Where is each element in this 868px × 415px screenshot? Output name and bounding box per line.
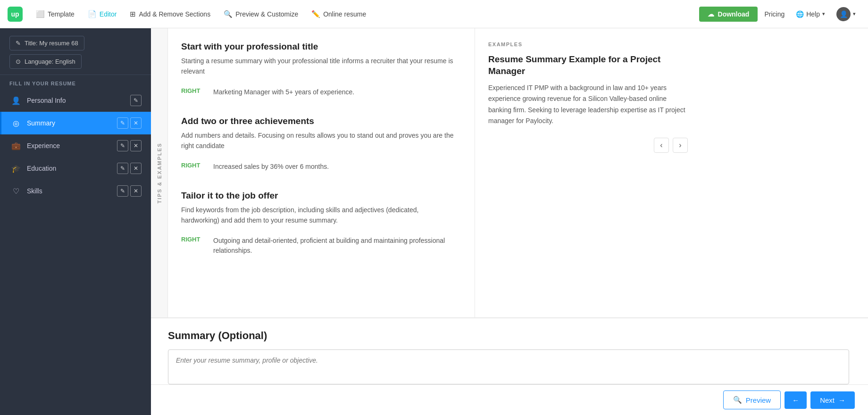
personal-info-actions: ✎	[130, 95, 142, 106]
education-edit-btn[interactable]: ✎	[117, 163, 128, 174]
example-next-button[interactable]: ›	[673, 138, 688, 153]
sidebar-item-experience[interactable]: 💼 Experience ✎ ✕	[0, 134, 151, 157]
education-delete-btn[interactable]: ✕	[130, 163, 142, 174]
tip-3-right-label: RIGHT	[181, 236, 204, 243]
tip-2-example: RIGHT Increased sales by 36% over 6 mont…	[181, 157, 456, 176]
tip-1-example: RIGHT Marketing Manager with 5+ years of…	[181, 83, 456, 102]
tip-3: Tailor it to the job offer Find keywords…	[181, 191, 456, 261]
summary-form: Summary (Optional)	[151, 318, 868, 384]
example-prev-button[interactable]: ‹	[654, 138, 669, 153]
tip-1: Start with your professional title Start…	[181, 42, 456, 102]
examples-panel: EXAMPLES Resume Summary Example for a Pr…	[475, 28, 701, 317]
nav-preview-customize-label: Preview & Customize	[235, 10, 298, 18]
fill-section-label: Fill in your resume	[0, 75, 151, 89]
back-icon: ←	[792, 396, 799, 404]
template-icon: ⬜	[36, 10, 45, 18]
summary-textarea-wrapper	[168, 349, 849, 384]
tip-1-example-text: Marketing Manager with 5+ years of exper…	[213, 87, 354, 97]
education-actions: ✎ ✕	[117, 163, 142, 174]
tip-2-title: Add two or three achievements	[181, 116, 456, 126]
language-button[interactable]: ⊙ Language: English	[9, 54, 82, 69]
experience-delete-btn[interactable]: ✕	[130, 140, 142, 151]
editor-icon: 📄	[88, 10, 97, 18]
help-menu[interactable]: 🌐 Help ▾	[791, 8, 830, 21]
summary-delete-btn[interactable]: ✕	[130, 117, 142, 129]
online-resume-icon: ✏️	[311, 10, 320, 18]
summary-actions: ✎ ✕	[117, 117, 142, 129]
tips-panel: TIPS & EXAMPLES Start with your professi…	[151, 28, 868, 318]
nav-template-label: Template	[48, 10, 75, 18]
tip-1-right-label: RIGHT	[181, 87, 204, 94]
personal-info-label: Personal Info	[27, 97, 130, 104]
tip-1-title: Start with your professional title	[181, 42, 456, 52]
education-icon: 🎓	[11, 163, 21, 174]
top-nav: up ⬜ Template 📄 Editor ⊞ Add & Remove Se…	[0, 0, 868, 28]
preview-icon: 🔍	[733, 396, 742, 404]
pencil-icon: ✎	[16, 40, 21, 47]
user-caret-icon: ▾	[853, 11, 856, 17]
experience-label: Experience	[27, 142, 117, 149]
tip-3-title: Tailor it to the job offer	[181, 191, 456, 201]
title-button[interactable]: ✎ Title: My resume 68	[9, 36, 84, 50]
download-button[interactable]: ☁ Download	[699, 7, 758, 22]
sidebar-item-summary[interactable]: ◎ Summary ✎ ✕	[0, 112, 151, 134]
download-icon: ☁	[708, 10, 714, 18]
next-button[interactable]: Next →	[810, 391, 855, 409]
title-label: Title: My resume 68	[25, 40, 78, 47]
preview-label: Preview	[746, 396, 771, 404]
tip-2-desc: Add numbers and details. Focusing on res…	[181, 130, 456, 151]
tips-examples-rotated-label: TIPS & EXAMPLES	[157, 142, 162, 203]
experience-actions: ✎ ✕	[117, 140, 142, 151]
skills-delete-btn[interactable]: ✕	[130, 185, 142, 197]
tips-content: Start with your professional title Start…	[168, 28, 475, 317]
nav-template[interactable]: ⬜ Template	[30, 7, 80, 21]
sidebar-item-personal-info[interactable]: 👤 Personal Info ✎	[0, 89, 151, 112]
tip-3-example-text: Outgoing and detail-oriented, proficient…	[213, 236, 456, 256]
tips-label-wrapper: TIPS & EXAMPLES	[151, 28, 168, 317]
summary-label: Summary	[27, 119, 117, 127]
bottom-bar: 🔍 Preview ← Next →	[151, 384, 868, 415]
sidebar-item-skills[interactable]: ♡ Skills ✎ ✕	[0, 180, 151, 202]
skills-actions: ✎ ✕	[117, 185, 142, 197]
example-nav: ‹ ›	[488, 138, 688, 153]
download-label: Download	[718, 10, 750, 18]
example-card-text: Experienced IT PMP with a background in …	[488, 83, 688, 126]
pricing-link[interactable]: Pricing	[760, 8, 789, 21]
tip-2-example-text: Increased sales by 36% over 6 months.	[213, 162, 329, 172]
tip-3-example: RIGHT Outgoing and detail-oriented, prof…	[181, 231, 456, 260]
experience-icon: 💼	[11, 141, 21, 151]
experience-edit-btn[interactable]: ✎	[117, 140, 128, 151]
tip-1-desc: Starting a resume summary with your prof…	[181, 56, 456, 77]
personal-info-edit-btn[interactable]: ✎	[130, 95, 142, 106]
user-menu[interactable]: 👤 ▾	[832, 4, 860, 24]
nav-preview-customize[interactable]: 🔍 Preview & Customize	[218, 7, 304, 21]
sidebar: ✎ Title: My resume 68 ⊙ Language: Englis…	[0, 28, 151, 415]
sidebar-item-education[interactable]: 🎓 Education ✎ ✕	[0, 157, 151, 180]
nav-editor-label: Editor	[100, 10, 117, 18]
nav-online-resume-label: Online resume	[323, 10, 366, 18]
summary-icon: ◎	[11, 118, 21, 128]
tip-3-desc: Find keywords from the job description, …	[181, 205, 456, 226]
sidebar-meta: ✎ Title: My resume 68 ⊙ Language: Englis…	[0, 28, 151, 73]
user-icon: 👤	[840, 10, 848, 18]
nav-add-remove[interactable]: ⊞ Add & Remove Sections	[124, 7, 216, 21]
summary-textarea[interactable]	[176, 357, 841, 375]
skills-edit-btn[interactable]: ✎	[117, 185, 128, 197]
main-layout: ✎ Title: My resume 68 ⊙ Language: Englis…	[0, 28, 868, 415]
nav-editor[interactable]: 📄 Editor	[82, 7, 123, 21]
logo[interactable]: up	[8, 7, 23, 22]
nav-online-resume[interactable]: ✏️ Online resume	[306, 7, 372, 21]
tip-2-right-label: RIGHT	[181, 162, 204, 169]
nav-add-remove-label: Add & Remove Sections	[139, 10, 210, 18]
help-caret-icon: ▾	[822, 11, 825, 17]
summary-form-title: Summary (Optional)	[168, 330, 849, 342]
add-remove-icon: ⊞	[130, 10, 136, 18]
next-icon: →	[838, 396, 845, 404]
avatar: 👤	[836, 7, 851, 21]
education-label: Education	[27, 165, 117, 172]
help-label: Help	[806, 10, 820, 18]
globe-small-icon: ⊙	[16, 58, 21, 65]
summary-edit-btn[interactable]: ✎	[117, 117, 128, 129]
back-button[interactable]: ←	[785, 391, 807, 409]
preview-button[interactable]: 🔍 Preview	[723, 390, 781, 409]
